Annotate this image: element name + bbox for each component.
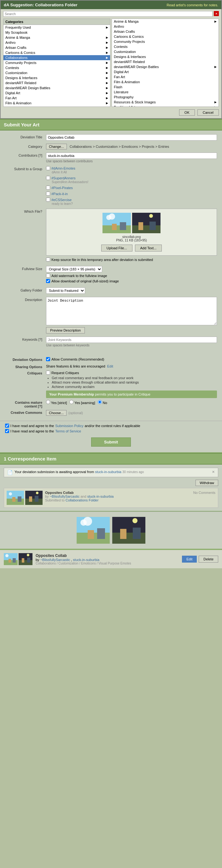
subcat-designs[interactable]: Designs & Interfaces: [112, 54, 219, 59]
withdraw-button[interactable]: Withdraw: [195, 480, 218, 486]
footer-user2-link[interactable]: stuck-in-suburbia: [73, 558, 99, 562]
category-change-button[interactable]: Change...: [46, 144, 67, 149]
notice-close-icon[interactable]: ✕: [212, 470, 215, 474]
subcat-resources[interactable]: Resources & Stock Images▶: [112, 100, 219, 105]
svg-rect-14: [12, 497, 16, 502]
agree-submission-checkbox[interactable]: [5, 424, 9, 428]
gallery-folder-label: Gallery Folder: [5, 287, 46, 292]
request-critiques-label: Request Critiques: [51, 371, 79, 375]
deviation-title-input[interactable]: [46, 134, 217, 141]
notice-user-link[interactable]: stuck-in-suburbia: [95, 470, 121, 474]
subcat-contests[interactable]: Contests: [112, 44, 219, 49]
keywords-input[interactable]: [46, 337, 217, 343]
svg-rect-16: [25, 491, 43, 499]
cat-contests[interactable]: Contests▶: [3, 65, 110, 70]
cat-my-scrapbook[interactable]: My Scrapbook: [3, 30, 110, 35]
creative-commons-choose-button[interactable]: Choose...: [46, 410, 66, 416]
cat-collaborations[interactable]: Collaborations▶: [3, 55, 110, 60]
no-radio[interactable]: [98, 400, 102, 404]
cat-film-animation[interactable]: Film & Animation▶: [3, 100, 110, 105]
group-emotes-checkbox[interactable]: [46, 166, 50, 170]
cat-designs-interfaces[interactable]: Designs & Interfaces▶: [3, 75, 110, 81]
group-pack-checkbox[interactable]: [46, 192, 50, 196]
read-note-link[interactable]: Read artist's comments for notes.: [167, 3, 219, 7]
cat-artisan-crafts[interactable]: Artisan Crafts▶: [3, 45, 110, 50]
yes-warning-radio[interactable]: [70, 400, 74, 404]
svg-rect-37: [19, 553, 32, 560]
subcat-community-projects[interactable]: Community Projects: [112, 39, 219, 44]
search-input[interactable]: [3, 11, 213, 17]
corr-title: Opposites Collab: [45, 491, 74, 495]
subcat-anthro[interactable]: Anthro: [112, 24, 219, 29]
subcat-literature[interactable]: Literature: [112, 90, 219, 95]
yes-strict-radio[interactable]: [46, 400, 50, 404]
close-button[interactable]: ✕: [214, 11, 219, 16]
cat-frequently-used[interactable]: Frequently Used▶: [3, 25, 110, 30]
add-text-button[interactable]: Add Text...: [135, 245, 162, 251]
group-ecss-sub: ready to learn?: [52, 202, 217, 206]
allow-download-checkbox[interactable]: [46, 279, 50, 283]
subcat-photography[interactable]: Photography: [112, 95, 219, 100]
which-file-label: Which File?: [5, 209, 46, 213]
edit-link[interactable]: Edit: [107, 364, 113, 368]
subcat-traditional[interactable]: Traditional Art▶: [112, 105, 219, 107]
cat-deviantwear[interactable]: deviantWEAR Design Battles▶: [3, 85, 110, 90]
corr-folder-link[interactable]: Collaborations Folder: [65, 498, 99, 502]
description-textarea[interactable]: Joint Description: [46, 297, 217, 325]
cat-customization[interactable]: Customization▶: [3, 70, 110, 75]
subcat-digital-art[interactable]: Digital Art: [112, 69, 219, 74]
submission-policy-link[interactable]: Submission Policy: [55, 424, 83, 428]
agree-tos-checkbox[interactable]: [5, 429, 9, 433]
group-item-pixel-pirates: #Pixel-Pirates: [46, 186, 217, 190]
subcat-customization[interactable]: Customization: [112, 49, 219, 54]
cat-anime-manga[interactable]: Anime & Manga▶: [3, 35, 110, 40]
footer-delete-button[interactable]: Delete: [199, 556, 218, 563]
svg-point-13: [9, 492, 12, 495]
group-superdanners-checkbox[interactable]: [46, 176, 50, 180]
fullview-select[interactable]: Original Size (183 × 95 pixels): [46, 266, 102, 272]
terms-of-service-link[interactable]: Terms of Service: [55, 429, 81, 433]
upload-file-button[interactable]: Upload File...: [101, 245, 133, 251]
footer-user1-link[interactable]: ~BlissfullySarcastic: [40, 558, 70, 562]
request-critiques-checkbox[interactable]: [46, 371, 50, 375]
group-pirates-checkbox[interactable]: [46, 186, 50, 190]
subcat-film-animation[interactable]: Film & Animation: [112, 80, 219, 85]
cat-fan-art[interactable]: Fan Art▶: [3, 95, 110, 100]
gallery-folder-select[interactable]: Submit to Featured: [46, 287, 85, 294]
cat-cartoons-comics[interactable]: Cartoons & Comics▶: [3, 50, 110, 55]
footer-edit-button[interactable]: Edit: [182, 556, 197, 563]
keep-source-checkbox[interactable]: [46, 257, 50, 261]
subcat-flash[interactable]: Flash: [112, 85, 219, 90]
subcat-deviantwear[interactable]: deviantWEAR Design Battles▶: [112, 64, 219, 69]
svg-rect-6: [132, 213, 161, 225]
cat-digital-art[interactable]: Digital Art▶: [3, 90, 110, 95]
critiques-label: Critiques: [5, 371, 46, 375]
cat-anthro[interactable]: Anthro▶: [3, 40, 110, 45]
subcat-cartoons-comics[interactable]: Cartoons & Comics: [112, 34, 219, 39]
yes-strict-option[interactable]: Yes [strict]: [46, 400, 67, 405]
corr-user2-link[interactable]: stuck-in-suburbia: [87, 495, 114, 498]
group-superdanners-sub: SuperdAnn Ambassadors!: [52, 180, 217, 184]
critique-bullet-1: Get real commentary and real feedback on…: [52, 376, 217, 380]
contributors-input[interactable]: [46, 153, 217, 159]
subcat-fan-art[interactable]: Fan Art: [112, 74, 219, 80]
correspondence-item: Opposites Collab No Comments by ~Blissfu…: [4, 488, 218, 508]
agreements-section: I have read and agree to the Submission …: [0, 421, 222, 452]
corr-user1-link[interactable]: ~BlissfullySarcastic: [50, 495, 80, 498]
allow-comments-checkbox[interactable]: [46, 357, 50, 361]
subcat-deviantart[interactable]: deviantART Related: [112, 59, 219, 64]
preview-description-button[interactable]: Preview Description: [46, 327, 85, 334]
no-option[interactable]: No: [98, 400, 107, 405]
cat-community-projects[interactable]: Community Projects▶: [3, 60, 110, 65]
subcat-artisan-crafts[interactable]: Artisan Crafts: [112, 29, 219, 34]
ok-button[interactable]: OK: [179, 110, 195, 116]
cat-deviantart-related[interactable]: deviantART Related▶: [3, 81, 110, 85]
group-ecss-checkbox[interactable]: [46, 197, 50, 202]
yes-warning-option[interactable]: Yes [warning]: [70, 400, 95, 405]
deviation-title-label: Deviation Title: [5, 134, 46, 139]
watermark-checkbox[interactable]: [46, 274, 50, 278]
submit-button[interactable]: Submit: [91, 437, 131, 446]
cancel-button[interactable]: Cancel: [197, 110, 219, 116]
dialog-title-bar: dA Suggestion: Collaborations Folder Rea…: [1, 1, 221, 9]
subcat-anime-manga[interactable]: Anime & Manga▶: [112, 19, 219, 24]
